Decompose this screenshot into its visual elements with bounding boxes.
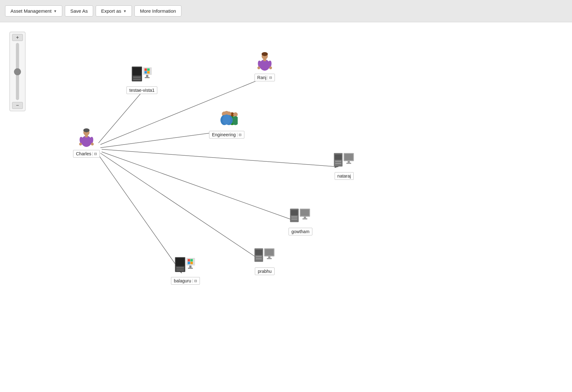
svg-rect-23 xyxy=(144,71,147,74)
svg-rect-51 xyxy=(348,161,350,163)
toolbar: Asset Management ▼ Save As Export as ▼ M… xyxy=(0,0,572,22)
charles-expand-icon[interactable]: ⊟ xyxy=(92,152,97,156)
svg-rect-59 xyxy=(304,217,306,218)
charles-name: Charles xyxy=(76,151,91,156)
svg-line-2 xyxy=(100,132,219,148)
export-as-label: Export as xyxy=(101,8,121,14)
svg-rect-78 xyxy=(189,266,192,268)
svg-rect-77 xyxy=(190,262,193,264)
svg-rect-75 xyxy=(190,259,193,261)
prabhu-name: prabhu xyxy=(258,269,272,274)
svg-line-4 xyxy=(102,149,338,167)
svg-rect-72 xyxy=(176,269,184,271)
svg-point-44 xyxy=(223,115,231,125)
nataraj-label: nataraj xyxy=(335,172,354,180)
ranj-label: Ranj ⊟ xyxy=(255,74,275,81)
testae-vista1-name: testae-vista1 xyxy=(129,88,154,93)
prabhu-label: prabhu xyxy=(255,267,275,275)
gowtham-icon xyxy=(289,205,311,227)
balaguru-expand-icon[interactable]: ⊟ xyxy=(193,279,197,283)
svg-rect-62 xyxy=(255,250,262,255)
svg-rect-48 xyxy=(335,163,341,164)
node-charles[interactable]: Charles ⊟ xyxy=(73,127,100,158)
node-engineering[interactable]: Engineering ⊟ xyxy=(209,108,244,139)
svg-rect-74 xyxy=(188,259,190,261)
node-testae-vista1[interactable]: testae-vista1 xyxy=(126,64,157,94)
zoom-in-button[interactable]: + xyxy=(12,34,23,41)
svg-rect-66 xyxy=(265,249,274,255)
svg-rect-67 xyxy=(268,256,270,258)
svg-rect-71 xyxy=(176,267,184,268)
engineering-icon xyxy=(215,108,238,130)
svg-point-33 xyxy=(257,66,260,69)
testae-vista1-icon xyxy=(131,64,153,86)
ranj-expand-icon[interactable]: ⊟ xyxy=(268,76,272,80)
svg-point-9 xyxy=(83,128,89,132)
node-ranj[interactable]: Ranj ⊟ xyxy=(254,51,276,81)
svg-rect-25 xyxy=(146,75,148,77)
app-dropdown-label: Asset Management xyxy=(10,8,51,14)
node-balaguru[interactable]: balaguru ⊟ xyxy=(171,254,200,285)
svg-line-6 xyxy=(100,153,260,260)
svg-rect-64 xyxy=(256,258,262,259)
svg-rect-58 xyxy=(301,209,309,216)
gowtham-name: gowtham xyxy=(291,229,310,234)
chevron-down-icon: ▼ xyxy=(53,9,57,13)
prabhu-icon xyxy=(254,245,276,267)
svg-rect-46 xyxy=(335,154,342,160)
engineering-label: Engineering ⊟ xyxy=(209,131,244,139)
nataraj-icon xyxy=(333,149,355,172)
svg-point-37 xyxy=(233,112,238,117)
export-chevron-icon: ▼ xyxy=(123,9,127,13)
engineering-expand-icon[interactable]: ⊟ xyxy=(237,133,242,137)
zoom-track[interactable] xyxy=(16,43,19,100)
svg-point-34 xyxy=(269,66,272,69)
node-gowtham[interactable]: gowtham xyxy=(289,205,312,235)
svg-rect-50 xyxy=(344,154,353,160)
svg-rect-22 xyxy=(147,68,150,71)
svg-rect-18 xyxy=(133,77,141,78)
svg-point-28 xyxy=(262,52,268,56)
app-dropdown-button[interactable]: Asset Management ▼ xyxy=(5,5,62,17)
svg-rect-63 xyxy=(256,256,262,257)
save-as-button[interactable]: Save As xyxy=(65,5,93,17)
node-nataraj[interactable]: nataraj xyxy=(333,149,355,180)
zoom-out-icon: − xyxy=(16,103,19,108)
gowtham-label: gowtham xyxy=(289,228,312,235)
charles-icon xyxy=(75,127,98,149)
svg-rect-70 xyxy=(176,258,185,266)
arrows-layer xyxy=(0,22,572,392)
svg-line-1 xyxy=(99,89,145,143)
ranj-name: Ranj xyxy=(257,75,267,80)
svg-rect-52 xyxy=(346,163,351,164)
svg-rect-11 xyxy=(85,135,88,137)
balaguru-icon xyxy=(174,254,196,276)
svg-rect-76 xyxy=(188,262,190,264)
testae-vista1-label: testae-vista1 xyxy=(126,86,157,94)
balaguru-name: balaguru xyxy=(174,278,191,283)
zoom-thumb[interactable] xyxy=(14,68,21,75)
save-as-label: Save As xyxy=(70,8,88,14)
svg-point-14 xyxy=(79,143,82,145)
svg-rect-55 xyxy=(291,216,297,217)
charles-label: Charles ⊟ xyxy=(73,150,100,158)
svg-rect-47 xyxy=(335,161,341,162)
zoom-out-button[interactable]: − xyxy=(12,102,23,109)
graph-canvas: + − xyxy=(0,22,572,392)
svg-line-7 xyxy=(98,154,182,273)
svg-rect-79 xyxy=(188,268,193,269)
svg-rect-68 xyxy=(267,258,272,259)
svg-rect-26 xyxy=(145,77,149,78)
svg-rect-60 xyxy=(303,218,307,219)
node-prabhu[interactable]: prabhu xyxy=(254,245,276,275)
engineering-name: Engineering xyxy=(212,132,236,137)
export-as-button[interactable]: Export as ▼ xyxy=(96,5,132,17)
more-information-button[interactable]: More Information xyxy=(134,5,181,17)
nataraj-name: nataraj xyxy=(337,173,351,179)
svg-rect-21 xyxy=(144,68,147,71)
balaguru-label: balaguru ⊟ xyxy=(171,277,200,285)
svg-line-5 xyxy=(102,152,295,221)
zoom-slider-container: + − xyxy=(10,32,25,111)
more-information-label: More Information xyxy=(140,8,176,14)
svg-rect-54 xyxy=(291,210,298,215)
